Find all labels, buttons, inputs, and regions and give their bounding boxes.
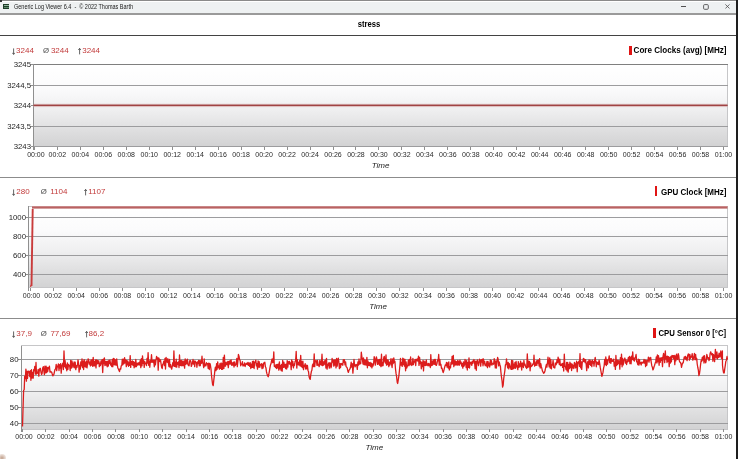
svg-text:00:54: 00:54 (645, 433, 663, 440)
svg-text:40: 40 (10, 419, 19, 428)
svg-text:00:18: 00:18 (229, 292, 247, 299)
svg-text:3245: 3245 (14, 60, 32, 69)
svg-text:00:12: 00:12 (160, 292, 178, 299)
svg-text:00:42: 00:42 (507, 292, 525, 299)
svg-text:00:40: 00:40 (481, 433, 499, 440)
svg-text:00:22: 00:22 (276, 292, 294, 299)
svg-text:00:30: 00:30 (370, 151, 388, 158)
svg-text:70: 70 (10, 371, 19, 380)
svg-text:00:24: 00:24 (294, 433, 312, 440)
svg-text:3244: 3244 (14, 101, 32, 110)
svg-text:00:16: 00:16 (209, 151, 227, 158)
svg-text:00:16: 00:16 (206, 292, 224, 299)
svg-text:Time: Time (365, 443, 383, 452)
svg-text:00:40: 00:40 (484, 292, 502, 299)
svg-text:00:56: 00:56 (669, 292, 687, 299)
svg-text:00:44: 00:44 (528, 433, 546, 440)
svg-text:00:22: 00:22 (278, 151, 296, 158)
svg-text:00:10: 00:10 (137, 292, 155, 299)
svg-text:00:26: 00:26 (318, 433, 336, 440)
svg-text:3244,5: 3244,5 (7, 81, 32, 90)
svg-text:00:18: 00:18 (224, 433, 242, 440)
svg-text:Time: Time (369, 302, 387, 311)
svg-text:800: 800 (13, 232, 27, 241)
svg-text:60: 60 (10, 387, 19, 396)
svg-text:00:38: 00:38 (461, 292, 479, 299)
svg-text:00:02: 00:02 (37, 433, 55, 440)
svg-text:00:00: 00:00 (23, 292, 41, 299)
svg-text:00:56: 00:56 (668, 433, 686, 440)
svg-text:00:12: 00:12 (163, 151, 181, 158)
svg-text:00:42: 00:42 (508, 151, 526, 158)
svg-text:00:04: 00:04 (72, 151, 90, 158)
svg-text:00:44: 00:44 (531, 151, 549, 158)
svg-text:00:14: 00:14 (186, 151, 204, 158)
svg-text:00:50: 00:50 (600, 151, 618, 158)
svg-text:00:26: 00:26 (324, 151, 342, 158)
svg-text:00:38: 00:38 (462, 151, 480, 158)
svg-text:50: 50 (10, 403, 19, 412)
svg-text:00:38: 00:38 (458, 433, 476, 440)
svg-text:00:58: 00:58 (692, 292, 710, 299)
svg-text:00:52: 00:52 (622, 292, 640, 299)
svg-text:00:50: 00:50 (598, 433, 616, 440)
svg-text:00:14: 00:14 (177, 433, 195, 440)
svg-text:00:32: 00:32 (393, 151, 411, 158)
svg-text:00:34: 00:34 (414, 292, 432, 299)
svg-text:00:08: 00:08 (107, 433, 125, 440)
svg-text:00:36: 00:36 (434, 433, 452, 440)
svg-text:00:02: 00:02 (44, 292, 62, 299)
svg-text:00:00: 00:00 (15, 433, 33, 440)
svg-text:00:06: 00:06 (95, 151, 113, 158)
svg-text:00:02: 00:02 (49, 151, 67, 158)
svg-text:400: 400 (13, 270, 27, 279)
svg-text:00:04: 00:04 (67, 292, 85, 299)
svg-text:00:44: 00:44 (530, 292, 548, 299)
svg-text:00:28: 00:28 (347, 151, 365, 158)
svg-text:00:58: 00:58 (691, 433, 709, 440)
svg-text:00:28: 00:28 (345, 292, 363, 299)
svg-text:00:36: 00:36 (437, 292, 455, 299)
svg-text:00:10: 00:10 (131, 433, 149, 440)
svg-text:00:08: 00:08 (114, 292, 132, 299)
svg-text:00:46: 00:46 (551, 433, 569, 440)
svg-text:00:46: 00:46 (553, 292, 571, 299)
svg-text:00:48: 00:48 (577, 151, 595, 158)
svg-text:00:56: 00:56 (669, 151, 687, 158)
svg-text:00:34: 00:34 (416, 151, 434, 158)
svg-text:00:20: 00:20 (252, 292, 270, 299)
svg-text:00:30: 00:30 (364, 433, 382, 440)
svg-text:00:52: 00:52 (621, 433, 639, 440)
svg-text:00:18: 00:18 (232, 151, 250, 158)
svg-text:00:36: 00:36 (439, 151, 457, 158)
svg-text:00:48: 00:48 (575, 433, 593, 440)
svg-text:01:00: 01:00 (715, 433, 733, 440)
svg-text:00:46: 00:46 (554, 151, 572, 158)
svg-text:00:24: 00:24 (299, 292, 317, 299)
svg-text:80: 80 (10, 355, 19, 364)
svg-text:00:58: 00:58 (692, 151, 710, 158)
svg-text:00:32: 00:32 (391, 292, 409, 299)
svg-text:00:22: 00:22 (271, 433, 289, 440)
svg-text:00:48: 00:48 (576, 292, 594, 299)
svg-text:01:00: 01:00 (715, 151, 733, 158)
svg-text:00:26: 00:26 (322, 292, 340, 299)
svg-text:1000: 1000 (9, 213, 27, 222)
svg-text:00:30: 00:30 (368, 292, 386, 299)
svg-text:00:32: 00:32 (388, 433, 406, 440)
svg-text:00:54: 00:54 (646, 151, 664, 158)
svg-text:00:08: 00:08 (118, 151, 136, 158)
svg-text:600: 600 (13, 251, 27, 260)
svg-text:Time: Time (372, 161, 390, 170)
svg-text:00:16: 00:16 (201, 433, 219, 440)
svg-text:00:12: 00:12 (154, 433, 172, 440)
svg-text:00:42: 00:42 (505, 433, 523, 440)
svg-text:00:04: 00:04 (60, 433, 78, 440)
svg-text:3243,5: 3243,5 (7, 122, 32, 131)
svg-text:00:20: 00:20 (255, 151, 273, 158)
svg-text:00:14: 00:14 (183, 292, 201, 299)
svg-text:00:06: 00:06 (91, 292, 109, 299)
svg-text:00:50: 00:50 (599, 292, 617, 299)
svg-text:00:54: 00:54 (645, 292, 663, 299)
svg-text:01:00: 01:00 (715, 292, 733, 299)
